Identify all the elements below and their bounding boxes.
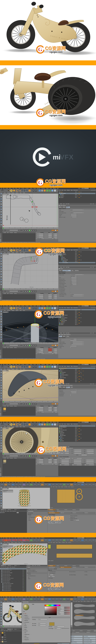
svg-text:Y: Y <box>24 308 25 309</box>
svg-text:X: X <box>22 366 23 368</box>
svg-text:G: G <box>36 583 41 589</box>
svg-text:Z: Z <box>27 366 27 368</box>
svg-text:Z: Z <box>27 424 27 425</box>
svg-text:Y: Y <box>24 366 25 368</box>
svg-text:G: G <box>37 380 41 386</box>
svg-text:Z: Z <box>27 190 27 192</box>
svg-text:X: X <box>22 308 23 309</box>
svg-text:G: G <box>38 110 42 116</box>
svg-text:Y: Y <box>24 250 25 251</box>
svg-text:Z: Z <box>27 250 27 251</box>
svg-text:G: G <box>38 180 42 186</box>
svg-text:VFX: VFX <box>60 154 74 161</box>
svg-text:50 mm: 50 mm <box>6 215 8 220</box>
svg-text:mi: mi <box>53 154 60 161</box>
svg-text:X: X <box>22 250 23 251</box>
svg-text:G: G <box>37 311 41 317</box>
svg-text:G: G <box>37 249 41 255</box>
svg-text:X: X <box>22 190 23 192</box>
svg-text:G: G <box>38 46 42 52</box>
svg-text:G: G <box>37 516 41 522</box>
svg-text:Y: Y <box>24 190 25 192</box>
svg-text:G: G <box>39 447 43 453</box>
svg-text:X: X <box>22 424 23 425</box>
svg-text:Z: Z <box>27 308 27 309</box>
svg-text:Y: Y <box>24 424 25 425</box>
